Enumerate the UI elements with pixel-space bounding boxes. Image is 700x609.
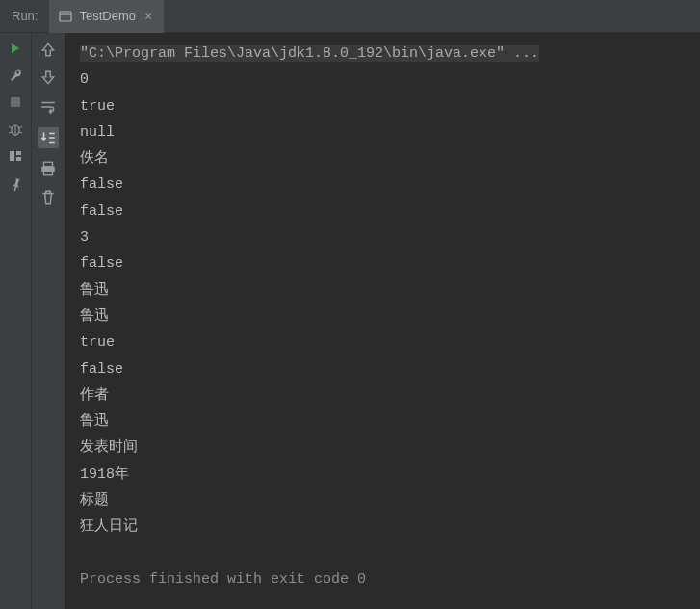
application-icon [59,10,72,23]
svg-line-7 [9,132,12,133]
output-line: true [80,330,685,356]
svg-rect-10 [16,151,21,155]
svg-line-5 [9,126,12,128]
close-tab-icon[interactable]: × [143,10,154,23]
svg-rect-9 [10,151,14,161]
secondary-toolbar [31,33,65,609]
output-line: false [80,251,685,277]
output-line: false [80,172,685,198]
layout-icon[interactable] [8,148,23,164]
trash-icon[interactable] [39,189,57,206]
bug-icon[interactable] [8,121,23,137]
output-line: 狂人日记 [80,514,685,540]
svg-line-6 [19,126,22,128]
run-body: "C:\Program Files\Java\jdk1.8.0_192\bin\… [0,33,700,609]
svg-rect-0 [60,12,71,21]
rerun-icon[interactable] [8,40,23,56]
primary-toolbar [0,33,31,609]
svg-rect-12 [44,162,53,167]
output-line: 鲁迅 [80,409,685,435]
svg-rect-2 [11,97,20,107]
output-line: 0 [80,66,685,93]
run-label: Run: [0,9,49,23]
output-line: true [80,93,685,119]
arrow-down-icon[interactable] [39,69,57,87]
run-tab[interactable]: TestDemo × [49,0,164,33]
print-icon[interactable] [39,160,57,177]
stop-icon[interactable] [8,94,23,110]
process-exit-line: Process finished with exit code 0 [80,567,685,593]
command-line: "C:\Program Files\Java\jdk1.8.0_192\bin\… [80,40,685,66]
output-line: 作者 [80,383,685,409]
run-tool-header: Run: TestDemo × [0,0,700,33]
output-line: 1918年 [80,462,685,488]
scroll-to-end-icon[interactable] [38,127,59,148]
soft-wrap-icon[interactable] [39,98,57,116]
tab-label: TestDemo [79,9,136,23]
wrench-icon[interactable] [8,67,23,83]
output-line: 鲁迅 [80,304,685,330]
output-lines: 0truenull佚名falsefalse3false鲁迅鲁迅truefalse… [80,66,685,540]
output-line: 发表时间 [80,435,685,461]
output-line: 鲁迅 [80,278,685,304]
console-output[interactable]: "C:\Program Files\Java\jdk1.8.0_192\bin\… [65,33,700,609]
svg-rect-11 [16,157,21,161]
output-line: 佚名 [80,146,685,172]
output-line: 标题 [80,488,685,514]
svg-line-8 [19,132,22,133]
output-line: 3 [80,225,685,251]
output-line: false [80,357,685,383]
output-line: null [80,119,685,146]
arrow-up-icon[interactable] [39,40,57,58]
output-line: false [80,199,685,225]
pin-icon[interactable] [8,175,23,191]
